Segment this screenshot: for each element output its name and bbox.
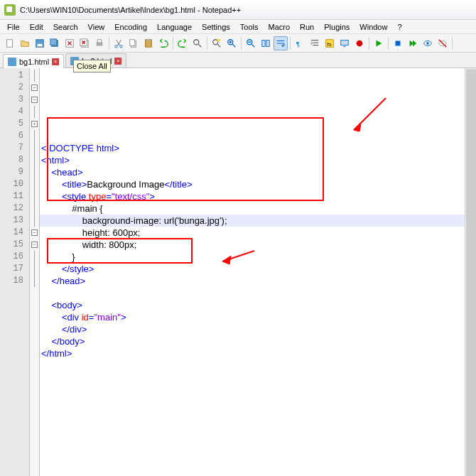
- fold-mark[interactable]: [30, 202, 39, 215]
- print-icon[interactable]: [92, 36, 107, 50]
- menu-edit[interactable]: Edit: [26, 21, 48, 33]
- fold-mark[interactable]: [30, 130, 39, 142]
- svg-point-30: [426, 42, 429, 45]
- code-line[interactable]: <head>: [40, 166, 476, 178]
- menu-search[interactable]: Search: [49, 21, 82, 33]
- code-line[interactable]: [40, 287, 476, 299]
- tab-bg1.html[interactable]: bg1.html×: [3, 54, 64, 68]
- wrap-icon[interactable]: [274, 36, 288, 50]
- fold-gutter[interactable]: −−+−−: [30, 68, 40, 476]
- cut-icon[interactable]: [112, 36, 126, 50]
- close-icon[interactable]: ×: [52, 58, 59, 65]
- menu-settings[interactable]: Settings: [198, 21, 234, 33]
- svg-rect-21: [262, 40, 265, 46]
- svg-text:¶: ¶: [296, 39, 300, 47]
- indent-icon[interactable]: [308, 36, 322, 50]
- code-line[interactable]: </body>: [40, 335, 476, 347]
- fold-mark[interactable]: [30, 190, 39, 202]
- menu-plugins[interactable]: Plugins: [320, 21, 354, 33]
- find-icon[interactable]: [190, 36, 205, 50]
- code-line[interactable]: <!DOCTYPE html>: [40, 142, 476, 154]
- titlebar: C:\Users\WIN10\Documents\Artikel\Index\b…: [0, 0, 476, 20]
- fold-mark[interactable]: [30, 263, 39, 275]
- code-line[interactable]: <html>: [40, 154, 476, 166]
- fold-mark[interactable]: [30, 178, 39, 190]
- code-line[interactable]: <title>Background Image</title>: [40, 178, 476, 190]
- stop-icon[interactable]: [391, 36, 405, 50]
- code-line[interactable]: </div>: [40, 323, 476, 335]
- menu-macro[interactable]: Macro: [264, 21, 294, 33]
- play-multi-icon[interactable]: [406, 36, 420, 50]
- replace-icon[interactable]: [210, 36, 224, 50]
- close-icon[interactable]: [63, 36, 77, 50]
- redo-icon[interactable]: [175, 36, 190, 50]
- menu-run[interactable]: Run: [296, 21, 318, 33]
- code-line[interactable]: <body>: [40, 299, 476, 311]
- menu-tools[interactable]: Tools: [236, 21, 263, 33]
- hide-icon[interactable]: [436, 36, 450, 50]
- play-icon[interactable]: [372, 36, 386, 50]
- monitor-icon[interactable]: [337, 36, 352, 50]
- zoom-in-icon[interactable]: [225, 36, 239, 50]
- svg-rect-9: [97, 39, 101, 42]
- code-area[interactable]: <!DOCTYPE html><html> <head> <title>Back…: [40, 68, 476, 476]
- paste-icon[interactable]: [141, 36, 156, 50]
- code-line[interactable]: #main {: [40, 202, 476, 215]
- new-icon[interactable]: [3, 36, 17, 50]
- code-line[interactable]: <div id="main">: [40, 311, 476, 323]
- menu-?[interactable]: ?: [393, 21, 406, 33]
- save-all-icon[interactable]: [48, 36, 62, 50]
- fold-mark[interactable]: [30, 166, 39, 178]
- code-line[interactable]: </html>: [40, 347, 476, 359]
- menu-file[interactable]: File: [3, 21, 24, 33]
- fold-mark[interactable]: [30, 106, 39, 118]
- menu-window[interactable]: Window: [355, 21, 391, 33]
- fold-mark[interactable]: −: [30, 227, 39, 239]
- close-icon[interactable]: ×: [114, 58, 121, 65]
- line-number: 2: [0, 82, 29, 94]
- svg-rect-15: [146, 38, 150, 40]
- record-icon[interactable]: [352, 36, 367, 50]
- fold-mark[interactable]: +: [30, 118, 39, 130]
- fold-mark[interactable]: [30, 251, 39, 263]
- vertical-scrollbar[interactable]: [465, 68, 476, 476]
- zoom-out-icon[interactable]: [244, 36, 258, 50]
- code-line[interactable]: width: 800px;: [40, 239, 476, 251]
- fold-mark[interactable]: −: [30, 239, 39, 251]
- fold-mark[interactable]: [30, 275, 39, 287]
- menu-view[interactable]: View: [84, 21, 109, 33]
- menu-encoding[interactable]: Encoding: [110, 21, 151, 33]
- open-icon[interactable]: [18, 36, 32, 50]
- svg-rect-13: [130, 39, 135, 45]
- fold-mark[interactable]: [30, 154, 39, 166]
- line-number: 7: [0, 142, 29, 154]
- eye-icon[interactable]: [421, 36, 435, 50]
- fold-mark[interactable]: [30, 70, 39, 82]
- undo-icon[interactable]: [156, 36, 171, 50]
- fold-mark[interactable]: [30, 142, 39, 154]
- fold-mark[interactable]: [30, 215, 39, 227]
- fold-mark[interactable]: −: [30, 94, 39, 106]
- line-number: 9: [0, 166, 29, 178]
- save-icon[interactable]: [33, 36, 47, 50]
- scrollbar-thumb[interactable]: [466, 69, 476, 476]
- code-line[interactable]: background-image: url('bunga.jpg');: [40, 215, 476, 227]
- fold-mark[interactable]: −: [30, 82, 39, 94]
- svg-rect-22: [266, 40, 269, 46]
- menu-language[interactable]: Language: [153, 21, 196, 33]
- all-chars-icon[interactable]: ¶: [293, 36, 307, 50]
- copy-icon[interactable]: [126, 36, 141, 50]
- code-line[interactable]: </head>: [40, 275, 476, 287]
- svg-rect-28: [396, 40, 401, 45]
- code-line[interactable]: <style type="text/css">: [40, 190, 476, 202]
- lang-icon[interactable]: fx: [323, 36, 337, 50]
- separator: [290, 37, 291, 50]
- sync-icon[interactable]: [259, 36, 273, 50]
- editor[interactable]: 123456789101112131415161718 −−+−− <!DOCT…: [0, 68, 476, 476]
- close-all-icon[interactable]: [77, 36, 92, 50]
- line-number: 13: [0, 215, 29, 227]
- code-line[interactable]: height: 600px;: [40, 227, 476, 239]
- code-line[interactable]: </style>: [40, 263, 476, 275]
- code-line[interactable]: }: [40, 251, 476, 263]
- svg-point-17: [213, 39, 218, 44]
